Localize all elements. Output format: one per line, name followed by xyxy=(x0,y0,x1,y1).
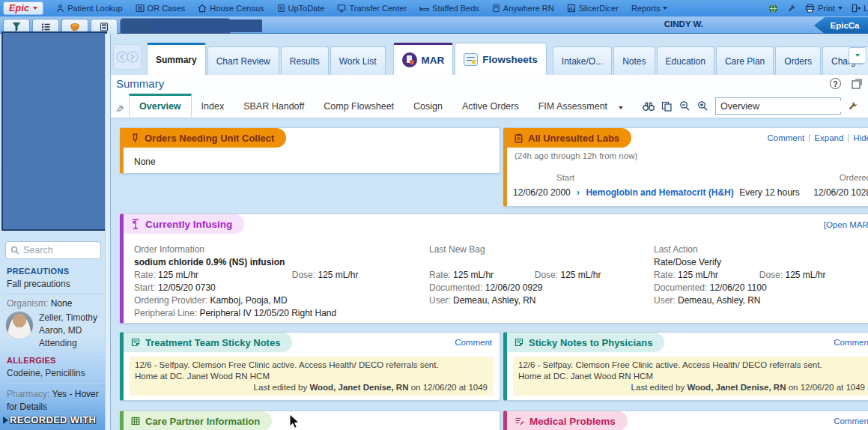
tab-intake-output[interactable]: Intake/O... xyxy=(553,46,612,75)
clipboard-icon xyxy=(515,133,523,143)
provider-name: Zeller, Timothy Aaron, MD xyxy=(39,312,105,337)
subtab-cosign[interactable]: Cosign xyxy=(404,96,452,117)
tab-flowsheets[interactable]: Flowsheets xyxy=(455,43,547,75)
table-icon xyxy=(131,417,140,426)
tools-icon-button[interactable] xyxy=(787,4,796,13)
tab-mar[interactable]: MAR xyxy=(393,43,454,75)
back-forward-icons[interactable] xyxy=(116,50,139,64)
labs-expand-link[interactable]: Expand xyxy=(814,133,843,142)
activity-search-box[interactable] xyxy=(715,97,841,115)
chevron-down-icon xyxy=(33,7,37,10)
binoculars-icon[interactable] xyxy=(643,101,655,112)
unit-collect-body: None xyxy=(134,157,156,167)
precautions-label: PRECAUTIONS xyxy=(7,267,106,276)
epic-menu-button[interactable]: Epic xyxy=(3,1,43,15)
document-icon xyxy=(277,4,285,13)
activity-search-input[interactable] xyxy=(720,101,841,112)
device-icon xyxy=(492,4,500,13)
toolbar-item-house-census[interactable]: House Census xyxy=(198,4,264,13)
last-action-header: Last Action xyxy=(654,244,698,255)
open-mar-link[interactable]: [Open MAR] xyxy=(824,220,868,229)
customize-wrench-icon[interactable] xyxy=(848,101,858,111)
chevron-right-icon[interactable]: › xyxy=(573,187,583,198)
last-new-bag-header: Last New Bag xyxy=(429,244,485,255)
team-notes-comment-link[interactable]: Comment xyxy=(455,338,492,347)
popout-icon[interactable] xyxy=(852,79,862,89)
chart-nav-arrows[interactable] xyxy=(113,44,142,70)
toolbar-item-uptodate[interactable]: UpToDate xyxy=(277,4,325,13)
copy-chart-icon[interactable] xyxy=(661,101,673,112)
labs-row: 12/06/20 2000 › Hemoglobin and Hematocri… xyxy=(513,187,800,198)
allergies-value: Codeine, Penicillins xyxy=(7,368,106,378)
provider-role: Attending xyxy=(39,337,105,350)
zoom-out-icon[interactable] xyxy=(679,100,691,112)
epic-hyperspace-window: Epic Patient Lookup OR Cases House Censu… xyxy=(0,0,868,430)
log-out-icon xyxy=(852,4,861,13)
globe-icon-button[interactable] xyxy=(768,4,778,13)
col1-provider: Ordering Provider: Kamboj, Pooja, MD xyxy=(134,295,288,306)
toolbar-item-or-cases[interactable]: OR Cases xyxy=(136,4,186,13)
mouse-cursor xyxy=(289,414,300,429)
toolbar-item-slicerdicer[interactable]: SlicerDicer xyxy=(567,4,619,13)
calculator-icon xyxy=(100,22,109,31)
print-button[interactable]: Print xyxy=(805,4,843,13)
pharmacy-row[interactable]: Pharmacy: Yes - Hover for Details xyxy=(7,388,106,414)
chart-tab-strip: Summary Chart Review Results Work List M… xyxy=(111,34,868,75)
orders-unit-collect-card: Orders Needing Unit Collect None xyxy=(120,127,500,174)
physician-notes-edited: Last edited by Wood, Janet Denise, RN on… xyxy=(631,383,865,392)
printer-icon xyxy=(805,4,815,13)
pin-icon[interactable] xyxy=(115,103,125,113)
subtab-sbar-handoff[interactable]: SBAR Handoff xyxy=(234,96,314,117)
attending-provider[interactable]: Zeller, Timothy Aaron, MD Attending xyxy=(39,312,105,350)
subtab-fim-assessment[interactable]: FIM Assessment xyxy=(529,96,617,117)
overview-report-body: Orders Needing Unit Collect None All Unr… xyxy=(111,118,868,430)
tab-education[interactable]: Education xyxy=(657,46,714,75)
tab-chart-review[interactable]: Chart Review xyxy=(207,46,279,75)
tab-summary[interactable]: Summary xyxy=(147,43,206,75)
precautions-value: Fall precautions xyxy=(7,279,106,289)
medical-problems-comment-link[interactable]: Comment xyxy=(834,417,868,426)
labs-comment-link[interactable]: Comment xyxy=(767,133,804,142)
chevron-down-icon xyxy=(663,7,667,10)
last-action-value: Rate/Dose Verify xyxy=(654,257,721,267)
problem-list-icon xyxy=(515,417,524,426)
subtab-comp-flowsheet[interactable]: Comp Flowsheet xyxy=(314,96,404,117)
sidebar-search[interactable] xyxy=(5,241,101,259)
toolbar-item-patient-lookup[interactable]: Patient Lookup xyxy=(56,4,122,13)
divider xyxy=(4,383,104,384)
subtab-active-orders[interactable]: Active Orders xyxy=(452,96,529,117)
help-icon[interactable]: ? xyxy=(830,78,841,89)
log-out-button[interactable]: L xyxy=(852,4,868,13)
physician-notes-comment-link[interactable]: Comment xyxy=(834,338,868,347)
treatment-team-notes-header: Treatment Team Sticky Notes xyxy=(124,333,292,352)
tab-orders[interactable]: Orders xyxy=(775,46,821,75)
zoom-in-icon[interactable] xyxy=(697,100,708,112)
tab-notes[interactable]: Notes xyxy=(613,46,655,75)
toolbar-item-transfer-center[interactable]: Transfer Center xyxy=(337,4,407,13)
wrench-icon xyxy=(787,4,796,13)
toolbar-item-staffed-beds[interactable]: Staffed Beds xyxy=(419,4,479,13)
tab-work-list[interactable]: Work List xyxy=(330,46,386,75)
labs-hide-link[interactable]: Hide xyxy=(853,133,868,142)
subtab-more-chevron-icon[interactable] xyxy=(619,106,623,109)
labs-row-frequency: Every 12 hours xyxy=(736,187,800,198)
sidebar-search-input[interactable] xyxy=(23,245,87,255)
infusion-drug-name: sodium chloride 0.9% (NS) infusion xyxy=(134,257,285,267)
tab-results[interactable]: Results xyxy=(281,46,329,75)
more-tabs-button[interactable] xyxy=(849,47,867,64)
sidebar-scrollbar[interactable] xyxy=(105,34,110,430)
provider-avatar xyxy=(5,311,34,339)
toolbar-item-anywhere-rn[interactable]: Anywhere RN xyxy=(492,4,554,13)
subtab-overview[interactable]: Overview xyxy=(129,94,192,117)
top-toolbar: Epic Patient Lookup OR Cases House Censu… xyxy=(0,0,868,16)
allergies-section[interactable]: ALLERGIES Codeine, Penicillins xyxy=(7,356,106,378)
flowsheets-icon xyxy=(464,53,478,66)
monitor-icon xyxy=(337,4,346,13)
labs-test-link[interactable]: Hemoglobin and Hematocrit (H&H) xyxy=(586,187,733,198)
col2-user: User: Demeau, Ashley, RN xyxy=(429,295,536,306)
subtab-index[interactable]: Index xyxy=(192,96,234,117)
tab-care-plan[interactable]: Care Plan xyxy=(716,46,774,75)
divider xyxy=(4,294,104,294)
chevron-down-icon xyxy=(838,7,843,10)
toolbar-item-reports[interactable]: Reports xyxy=(631,4,668,13)
